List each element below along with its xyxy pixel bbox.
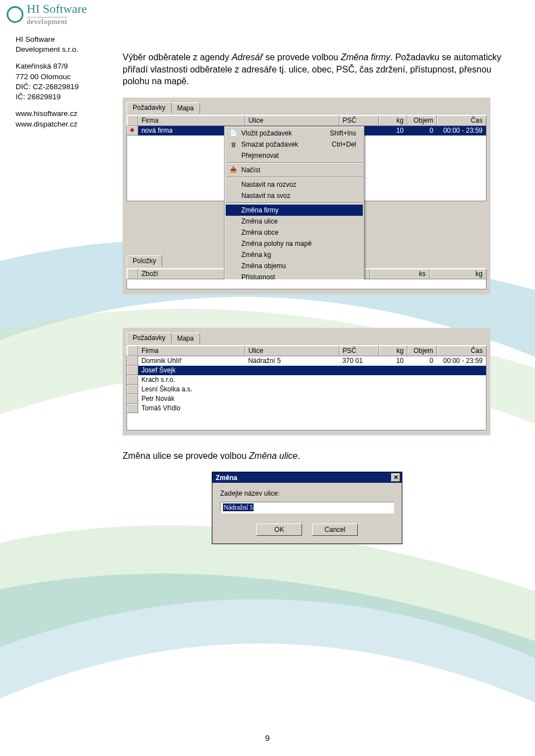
cell-firma: Petr Novák	[138, 394, 245, 403]
cell-ulice	[245, 398, 339, 399]
cell-psc	[339, 398, 378, 399]
grid-header: Firma Ulice PSČ kg Objem Čas	[127, 115, 487, 126]
company-name-2: Development s.r.o.	[16, 45, 99, 55]
col-ulice[interactable]: Ulice	[245, 115, 339, 126]
tab-pozadavky[interactable]: Požadavky	[127, 102, 172, 113]
col-cas[interactable]: Čas	[437, 346, 487, 356]
cell-objem: 0	[407, 356, 436, 365]
cell-objem	[407, 408, 436, 409]
col-objem[interactable]: Objem	[407, 115, 437, 126]
context-menu[interactable]: 📄 Vložit požadavek Shift+Ins 🗑 Smazat po…	[224, 126, 364, 284]
table-row[interactable]: Lesní Školka a.s.	[127, 385, 486, 394]
grid-body-2[interactable]: Dominik UhlířNádražní 5370 0110000:00 - …	[127, 356, 487, 430]
grid-body-1[interactable]: ✱ nová firma 10 0 00:00 - 23:59 📄 Vložit…	[127, 126, 487, 201]
col-firma[interactable]: Firma	[138, 115, 245, 126]
table-row[interactable]: Dominik UhlířNádražní 5370 0110000:00 - …	[127, 356, 486, 366]
tab-polozky[interactable]: Položky	[127, 255, 162, 266]
cell-kg: 10	[378, 356, 407, 365]
menu-change-obec[interactable]: Změna obce	[226, 227, 363, 238]
cell-ulice: Nádražní 5	[245, 356, 339, 365]
row-lead	[127, 375, 138, 385]
paragraph-2: Změna ulice se provede volbou Změna ulic…	[123, 450, 513, 462]
cell-objem	[407, 398, 436, 399]
col-ulice[interactable]: Ulice	[245, 346, 339, 356]
menu-insert[interactable]: 📄 Vložit požadavek Shift+Ins	[226, 128, 363, 139]
url-2: www.dispatcher.cz	[16, 119, 99, 129]
row-lead	[127, 366, 138, 375]
cell-cas	[436, 370, 486, 371]
menu-delete[interactable]: 🗑 Smazat požadavek Ctrl+Del	[226, 139, 363, 150]
lead-col	[127, 115, 138, 126]
cell-psc	[339, 379, 378, 380]
lead-col	[127, 346, 138, 356]
ok-button[interactable]: OK	[256, 524, 302, 536]
cell-psc	[339, 408, 378, 409]
table-row[interactable]: Petr Novák	[127, 394, 486, 404]
row-marker-icon: ✱	[127, 126, 138, 135]
cell-cas	[436, 379, 486, 380]
cell-kg	[378, 379, 407, 380]
tab-mapa[interactable]: Mapa	[171, 103, 200, 114]
cell-cas: 00:00 - 23:59	[436, 356, 486, 365]
cell-psc: 370 01	[339, 356, 378, 365]
cell-firma: Lesní Školka a.s.	[138, 385, 245, 394]
tab-mapa-2[interactable]: Mapa	[171, 333, 200, 344]
lead-col	[127, 269, 138, 279]
cancel-button[interactable]: Cancel	[312, 524, 358, 536]
menu-change-ulice[interactable]: Změna ulice	[226, 216, 363, 227]
cell-cas	[436, 389, 486, 390]
address-line-2: 772 00 Olomouc	[16, 72, 99, 82]
input-value: Nádražní 5	[223, 503, 254, 511]
screenshot-panel-2: Požadavky Mapa Firma Ulice PSČ kg Objem …	[123, 328, 490, 435]
cell-ulice	[245, 370, 339, 371]
table-row[interactable]: Krach s.r.o.	[127, 375, 486, 385]
cell-psc	[339, 389, 378, 390]
row-lead	[127, 385, 138, 394]
cell-kg	[378, 389, 407, 390]
paragraph-1: Výběr odběratele z agendy Adresář se pro…	[123, 51, 513, 88]
cell-cas	[436, 408, 486, 409]
col-firma[interactable]: Firma	[138, 346, 245, 356]
url-1: www.hisoftware.cz	[16, 109, 99, 119]
tab-pozadavky-2[interactable]: Požadavky	[127, 332, 172, 343]
cell-firma: Krach s.r.o.	[138, 375, 245, 384]
col-cas[interactable]: Čas	[437, 115, 487, 126]
cell-objem	[407, 370, 436, 371]
col-kg[interactable]: kg	[379, 346, 407, 356]
close-icon[interactable]: ✕	[391, 473, 400, 482]
dialog-label: Zadejte název ulice:	[220, 490, 394, 497]
cell-firma: Dominik Uhlíř	[138, 356, 245, 365]
dialog-titlebar[interactable]: Změna ✕	[212, 472, 402, 483]
dialog-title-text: Změna	[216, 474, 237, 482]
col-kg2[interactable]: kg	[430, 269, 487, 279]
col-kg[interactable]: kg	[379, 115, 407, 126]
street-input[interactable]: Nádražní 5	[220, 502, 394, 513]
table-row[interactable]: Josef Švejk	[127, 366, 486, 375]
cell-psc	[339, 370, 378, 371]
address-line-1: Kateřinská 87/9	[16, 61, 99, 71]
subgrid-body[interactable]	[127, 279, 487, 289]
menu-change-kg[interactable]: Změna kg	[226, 249, 363, 260]
cell-ulice	[245, 379, 339, 380]
col-ks[interactable]: ks	[370, 269, 429, 279]
dialog-change: Změna ✕ Zadejte název ulice: Nádražní 5 …	[212, 472, 402, 544]
cell-kg	[378, 408, 407, 409]
cell-kg: 10	[378, 126, 407, 135]
delete-icon: 🗑	[229, 141, 238, 148]
cell-firma: Tomáš Vřídlo	[138, 404, 245, 413]
cell-objem: 0	[407, 126, 436, 135]
col-objem[interactable]: Objem	[407, 346, 437, 356]
row-lead	[127, 394, 138, 404]
menu-change-objem[interactable]: Změna objemu	[226, 260, 363, 272]
table-row[interactable]: Tomáš Vřídlo	[127, 404, 486, 413]
menu-rename[interactable]: Přejmenovat	[226, 150, 363, 161]
menu-set-rozvoz[interactable]: Nastavit na rozvoz	[226, 179, 363, 190]
menu-set-svoz[interactable]: Nastavit na svoz	[226, 190, 363, 201]
menu-change-firma[interactable]: Změna firmy	[226, 205, 363, 216]
col-psc[interactable]: PSČ	[339, 346, 379, 356]
col-psc[interactable]: PSČ	[339, 115, 379, 126]
cell-objem	[407, 379, 436, 380]
menu-load[interactable]: 📥 Načíst	[226, 164, 363, 176]
menu-change-poloha[interactable]: Změna polohy na mapě	[226, 238, 363, 249]
screenshot-panel-1: Požadavky Mapa Firma Ulice PSČ kg Objem …	[123, 98, 490, 294]
